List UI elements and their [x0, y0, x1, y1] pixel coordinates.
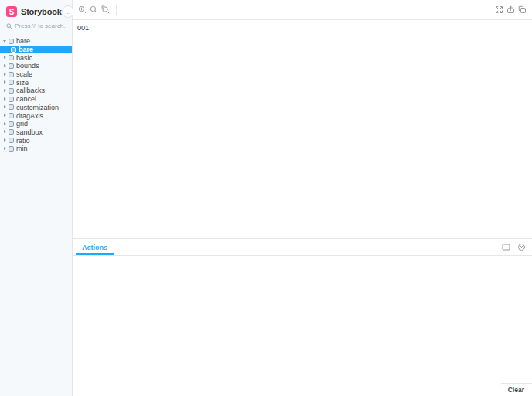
close-panel-button[interactable] [513, 239, 529, 255]
component-icon [9, 121, 14, 127]
storybook-logo-icon: S [6, 6, 17, 17]
sidebar-item-scale[interactable]: scale [0, 70, 72, 79]
story-content-text: 001 [77, 24, 89, 32]
sidebar-item-sandbox[interactable]: sandbox [0, 128, 72, 137]
sidebar-item-label: callbacks [16, 87, 45, 94]
zoom-in-icon [78, 5, 87, 14]
chevron-right-icon[interactable] [3, 147, 7, 151]
component-icon [9, 88, 14, 94]
search-icon [6, 23, 12, 29]
open-in-new-tab-button[interactable] [505, 2, 517, 19]
chevron-right-icon[interactable] [3, 114, 7, 118]
component-icon [9, 104, 14, 110]
addon-tabbar: Actions [73, 239, 532, 256]
sidebar-item-label: grid [16, 120, 28, 128]
chevron-right-icon[interactable] [3, 122, 7, 126]
sidebar-item-customization[interactable]: customization [0, 104, 72, 112]
tab-actions[interactable]: Actions [76, 239, 114, 255]
chevron-right-icon[interactable] [3, 89, 7, 93]
component-icon [9, 55, 14, 60]
sidebar-item-label: scale [16, 70, 32, 78]
sidebar-item-ratio[interactable]: ratio [0, 136, 72, 145]
fullscreen-icon [495, 5, 503, 14]
zoom-in-button[interactable] [77, 2, 88, 19]
brand-title: Storybook [21, 7, 62, 16]
sidebar-item-bare[interactable]: bare [0, 37, 72, 46]
component-icon [9, 129, 14, 135]
chevron-right-icon[interactable] [3, 105, 7, 109]
chevron-right-icon[interactable] [3, 138, 7, 142]
clear-actions-button[interactable]: Clear [500, 383, 532, 396]
sidebar-item-label: bare [16, 37, 30, 45]
copy-link-button[interactable] [517, 2, 528, 19]
story-icon [11, 47, 16, 53]
sidebar-item-label: size [16, 79, 29, 87]
canvas-toolbar [73, 0, 532, 20]
chevron-right-icon[interactable] [3, 64, 7, 68]
sidebar-header: S Storybook ... [0, 5, 72, 18]
sidebar-item-label: dragAxis [16, 112, 43, 120]
story-preview[interactable]: 001 [77, 23, 90, 32]
zoom-out-icon [90, 5, 98, 14]
component-icon [9, 72, 14, 77]
sidebar-item-dragaxis[interactable]: dragAxis [0, 111, 72, 120]
zoom-reset-button[interactable] [100, 2, 111, 19]
toolbar-divider [116, 5, 117, 15]
zoom-out-button[interactable] [88, 2, 100, 19]
chevron-right-icon[interactable] [3, 97, 7, 101]
component-icon [9, 39, 14, 44]
component-icon [9, 146, 14, 152]
sidebar-item-basic[interactable]: basic [0, 53, 72, 62]
sidebar-item-label: bounds [16, 62, 39, 70]
stories-tree: bare bare basic bounds [0, 37, 72, 153]
actions-log-panel: Clear [73, 256, 532, 396]
fullscreen-button[interactable] [493, 2, 505, 19]
sidebar: S Storybook ... bare bare [0, 0, 73, 396]
component-icon [9, 113, 14, 118]
component-icon [9, 138, 14, 143]
sidebar-item-label: basic [16, 54, 32, 62]
component-icon [9, 63, 14, 69]
sidebar-item-min[interactable]: min [0, 145, 72, 153]
story-canvas[interactable]: 001 [73, 20, 532, 238]
search-input[interactable] [15, 22, 66, 29]
panel-position-icon [502, 243, 510, 251]
addon-panel: Actions [73, 238, 532, 396]
sidebar-item-label: customization [16, 104, 59, 111]
chevron-right-icon[interactable] [3, 80, 7, 84]
copy-link-icon [518, 5, 527, 14]
component-icon [9, 97, 14, 102]
search-box[interactable] [6, 22, 66, 32]
zoom-reset-icon [101, 5, 110, 14]
sidebar-item-label: ratio [16, 137, 30, 145]
sidebar-item-label: bare [19, 46, 33, 53]
sidebar-item-label: sandbox [16, 128, 43, 136]
chevron-right-icon[interactable] [3, 56, 7, 60]
sidebar-item-bare-story[interactable]: bare [0, 46, 72, 54]
sidebar-item-callbacks[interactable]: callbacks [0, 87, 72, 95]
resize-handle[interactable] [90, 23, 90, 32]
sidebar-item-grid[interactable]: grid [0, 120, 72, 128]
component-icon [9, 80, 14, 85]
sidebar-item-size[interactable]: size [0, 78, 72, 87]
chevron-down-icon[interactable] [3, 39, 7, 43]
chevron-right-icon[interactable] [3, 130, 7, 134]
sidebar-item-label: cancel [16, 95, 36, 103]
sidebar-item-cancel[interactable]: cancel [0, 95, 72, 104]
close-panel-icon [517, 243, 526, 251]
open-in-new-tab-icon [506, 5, 515, 14]
chevron-right-icon[interactable] [3, 73, 7, 77]
sidebar-item-bounds[interactable]: bounds [0, 62, 72, 70]
panel-position-button[interactable] [498, 239, 513, 255]
main-content: 001 Actions [73, 0, 532, 396]
sidebar-item-label: min [16, 145, 28, 152]
